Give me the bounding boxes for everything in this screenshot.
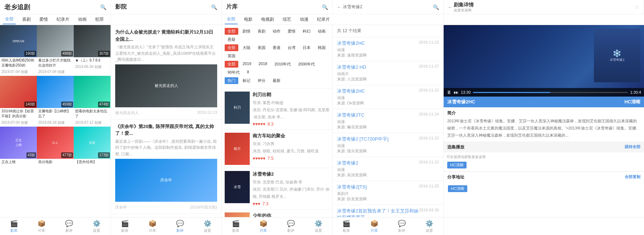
filter-action[interactable]: 动作 [270,28,283,35]
library-item[interactable]: 冰雪 冰雪奇缘2 导演: 克里斯·巴克, 珍妮弗·李 演员: 克里斯汀·贝尔, … [222,168,332,209]
filter-90s[interactable]: 90年代 [225,69,243,76]
lib-cat-variety[interactable]: 综艺 [280,15,293,24]
movie-item[interactable]: O.J. 477部 高分电影 [37,127,74,167]
lib-cat-movie[interactable]: 电影 [242,15,255,24]
library-item[interactable]: 南方 南方车站的聚会 导演: 刁亦男 演员: 胡歌, 桂纶镁, 廖凡, 万茜, … [222,130,332,168]
bnav4-movies[interactable]: 🎬 影库 [333,217,360,235]
filter-mainland[interactable]: 大陆 [240,44,253,51]
filter-suspense[interactable]: 悬疑 [225,36,238,43]
bnav2-review[interactable]: 💬 影评 [166,217,194,235]
filter-2000s[interactable]: 2000年代 [295,61,317,68]
filter-taiwan[interactable]: 台湾 [285,44,298,51]
bnav4-review[interactable]: 💬 影评 [388,217,415,235]
detail-star-icon[interactable]: ☆ [634,4,639,10]
episode-tag[interactable]: HC清晰 [447,162,467,168]
search-result-item[interactable]: 冰雪奇缘2HC 动漫 来源: 速搜资源网 2019-11-23 [333,37,443,61]
filter-newest[interactable]: 最新 [270,77,283,84]
filter-all[interactable]: 全部 [225,28,238,35]
bnav3-library[interactable]: 📦 片库 [249,217,277,235]
cat-romance[interactable]: 爱情 [37,15,50,24]
bnav2-movies[interactable]: 🎬 影库 [111,217,138,235]
library-search-icon[interactable]: 🔍 [322,4,328,10]
movie-item[interactable]: 140部 10分钟就让你【欲罢不能】的高分影 2019-07-04 创建 [0,76,37,127]
share-source-tag[interactable]: HC清晰 [448,185,467,192]
bnav-library[interactable]: 📦 片库 [28,217,55,235]
lib-cat-docu[interactable]: 纪录片 [315,15,332,24]
share-copy-btn[interactable]: 全部复制 [625,174,640,180]
cat-all[interactable]: 全部 [3,15,16,24]
movie-item[interactable]: 正在上映 43部 正在上映 [0,127,37,167]
panel1-search-icon[interactable]: 🔍 [100,4,106,10]
filter-rating[interactable]: 评分 [255,77,268,84]
filter-hot[interactable]: 热门 [225,77,238,84]
lib-info: 冰雪奇缘2 导演: 克里斯·巴克, 珍妮弗·李 演员: 克里斯汀·贝尔, 伊迪娜… [253,171,330,206]
bnav4-settings[interactable]: ⚙️ 设置 [416,217,443,235]
filter-2018[interactable]: 2018 [255,61,270,68]
filter-2010s[interactable]: 2010年代 [272,61,294,68]
movie-item[interactable]: 498部 看过多少烂片才能找出这些好片 2019-07-04 创建 [37,25,74,76]
search-result-item[interactable]: 冰雪奇缘2[TS] 喜剧片 来源: 卧龙资源网 2019-11-25 [333,181,443,205]
detail-nav-back[interactable]: ← 剧集详情 追逐资源网 [448,1,474,13]
search-result-item[interactable]: 冰雪奇缘2HC 动漫 来源: Ok资源网 2019-11-22 [333,85,443,109]
search-result-item[interactable]: 冰雪奇缘2 [TC720P中字] 动漫 来源: 搜乐资源网 2019-11-22 [333,133,443,157]
filter-hk[interactable]: 香港 [270,44,283,51]
bnav-settings[interactable]: ⚙️ 设置 [83,217,111,235]
article-item[interactable]: 惊心动魄、智勇双全的赌博电影9部! 德州扑克 Runner Runner(201… [111,214,221,217]
filter-comedy[interactable]: 喜剧 [255,28,268,35]
lib-cat-all[interactable]: 全部 [225,15,238,24]
search-result-item[interactable]: 冰雪奇缘2TC 动漫 来源: 嘛花资源网 2019-11-24 [333,109,443,133]
article-item[interactable]: 为什么人会被光抓走? 黄渤轻科幻新片12月13日全国上... 《被光抓走的人》"… [111,25,221,119]
filter-romance[interactable]: 爱情 [285,28,298,35]
filter-uk[interactable]: 英国 [225,53,238,59]
bnav3-movies[interactable]: 🎬 影库 [222,217,249,235]
library-item[interactable]: 利刃 利刃出鞘 导演: 莱恩·约翰逊 演员: 丹尼尔·克雷格, 安娜·德·阿玛斯… [222,89,332,130]
lib-director: 导演: 克里斯·巴克, 珍妮弗·李 [253,179,330,186]
movie-item[interactable]: 别音 173部 【意外结局】 [74,127,111,167]
cat-crime[interactable]: 犯罪 [93,15,106,24]
search-icon[interactable]: 🔍 [433,4,439,10]
cat-animation[interactable]: 动画 [76,15,89,24]
article-meta: 被光抓走的人 2019-12-13 [115,110,217,116]
filter-region-all[interactable]: 全部 [225,44,238,51]
bnav2-review-icon: 💬 [176,220,184,227]
bnav3-review[interactable]: 💬 影评 [277,217,304,235]
article-item[interactable]: 《庆余年》第20集, 陈萍萍跟庆帝对戏, 真的太帅了！爱... 最近迷上一部剧—… [111,119,221,214]
bnav3-settings-icon: ⚙️ [314,220,322,227]
library-item[interactable]: 少年 少年的你 导演: 曾国祥 演员: 周冬雨, 易烊千玺, 尹昉, 许君聪, … [222,210,332,217]
movie-item[interactable]: 459部 豆瓣电影【口碑榜】忘了 2019-06-18 创建 [37,76,74,127]
movies-search-icon[interactable]: 🔍 [211,4,217,10]
play-pause-button[interactable]: ⏸ [447,89,452,95]
bnav2-library[interactable]: 📦 片库 [138,217,166,235]
lib-cat-tv[interactable]: 电视剧 [259,15,276,24]
filter-animation[interactable]: 动画 [315,28,328,35]
search-result-item[interactable]: 冰雪奇缘2首款预告来了！女王艾莎和妹妹安娜再度开 启新的冒险！ 来源: 卧龙资源… [333,205,443,217]
filter-2019[interactable]: 2019 [240,61,254,68]
filter-japan[interactable]: 日本 [300,44,313,51]
movie-item[interactable]: DREAM 190部 同时入选IMDB250和豆瓣电影250的 2019-07-… [0,25,37,76]
filter-korea[interactable]: 韩国 [315,44,328,51]
filter-scifi[interactable]: 科幻 [300,28,313,35]
lib-cat-anime[interactable]: 动漫 [298,15,311,24]
filter-drama[interactable]: 剧情 [240,28,253,35]
filter-usa[interactable]: 美国 [255,44,268,51]
bnav-movies[interactable]: 🎬 影库 [0,217,28,235]
bnav-review[interactable]: 💬 影评 [55,217,83,235]
bnav3-settings[interactable]: ⚙️ 设置 [304,217,332,235]
bnav4-library[interactable]: 📦 片库 [360,217,388,235]
search-nav-back[interactable]: ← 冰雪奇缘2 [337,4,362,10]
episodes-skip-btn[interactable]: 跳转全部 [625,144,640,150]
filter-8[interactable]: 8 [244,69,252,76]
cat-comedy[interactable]: 喜剧 [20,15,33,24]
cat-documentary[interactable]: 纪录片 [54,15,72,24]
filter-mark[interactable]: 标记 [240,77,253,84]
movie-item[interactable]: 307部 ★（上）9.7·8.6 2019-06-30 创建 [74,25,111,76]
search-result-item[interactable]: 冰雪奇缘2 动漫 来源: 高清资源网 2019-11-22 [333,157,443,181]
detail-quality-label: HC清晰 [624,99,640,105]
progress-bar[interactable] [473,92,628,93]
movie-item[interactable]: 474部 想看的电影太多怕忘了 2019-07-12 创建 [74,76,111,127]
bnav2-settings[interactable]: ⚙️ 设置 [194,217,221,235]
search-result-item[interactable]: 冰雪奇缘2 HD 动画片 来源: 八流资源网 2019-11-27 [333,61,443,85]
sri-source: 来源: Ok资源网 [337,101,419,106]
filter-year-all[interactable]: 全部 [225,61,238,68]
next-button[interactable]: ⏭ [454,89,459,95]
